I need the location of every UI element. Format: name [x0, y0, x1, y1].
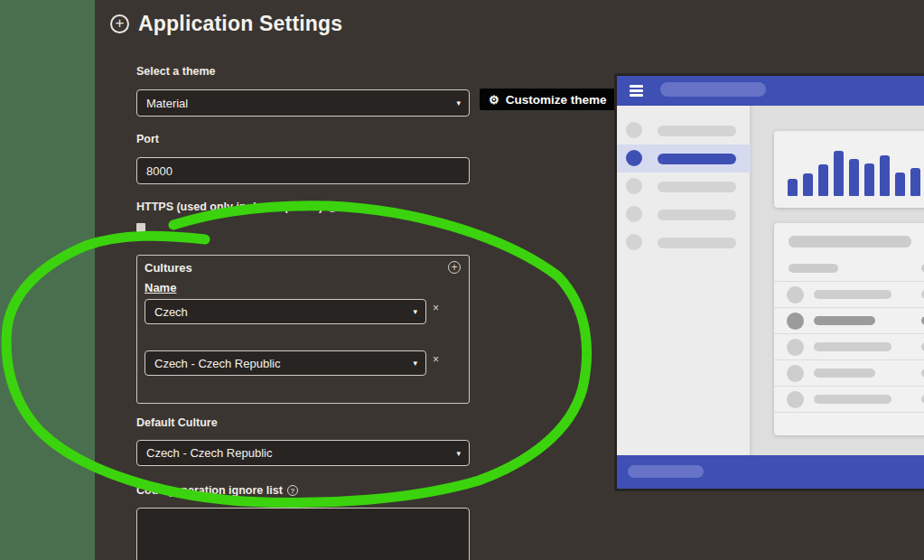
label-placeholder [658, 238, 736, 248]
avatar-dot [787, 365, 804, 382]
theme-select[interactable]: Material ▾ [136, 89, 470, 117]
text-placeholder [814, 316, 875, 325]
culture-select-1[interactable]: Czech ▾ [145, 299, 426, 324]
help-icon: ? [287, 485, 298, 496]
add-culture-icon[interactable]: + [448, 261, 461, 274]
chart-bar [834, 151, 844, 196]
avatar-dot [787, 313, 804, 330]
default-culture-label: Default Culture [136, 416, 218, 429]
help-icon: ? [327, 201, 338, 212]
chevron-down-icon: ▾ [413, 359, 417, 368]
footer-placeholder [628, 465, 704, 478]
avatar-dot [626, 234, 642, 250]
preview-list-row [774, 281, 924, 307]
culture-select-2[interactable]: Czech - Czech Republic ▾ [145, 350, 426, 376]
https-label: HTTPS (used only in development) ? [136, 201, 338, 213]
text-placeholder [814, 290, 891, 299]
chevron-down-icon: ▾ [413, 307, 417, 316]
avatar-dot [626, 150, 642, 166]
remove-culture-icon[interactable]: × [433, 354, 439, 365]
preview-sidebar-item [617, 117, 751, 145]
preview-list-row [774, 333, 924, 359]
hamburger-menu-icon [630, 85, 643, 98]
chart-bar [818, 164, 828, 196]
customize-theme-button[interactable]: ⚙ Customize theme [480, 89, 615, 110]
preview-body [617, 106, 924, 459]
label-placeholder [658, 154, 736, 164]
avatar-dot [787, 391, 804, 408]
preview-list-card [774, 223, 924, 435]
preview-title-placeholder [660, 82, 766, 97]
preview-list-row [774, 307, 924, 333]
port-input[interactable]: 8000 [136, 157, 470, 184]
name-column-header: Name [145, 281, 176, 294]
chart-bar [864, 163, 874, 196]
preview-list-row [774, 359, 924, 386]
chart-bar [803, 173, 813, 196]
list-title-placeholder [789, 236, 911, 247]
code-ignore-label: Code generation ignore list ? [136, 484, 298, 497]
avatar-dot [626, 206, 642, 222]
preview-sidebar [617, 106, 751, 459]
cultures-title: Cultures [145, 261, 192, 275]
preview-sidebar-item [617, 229, 751, 257]
avatar-dot [787, 339, 804, 356]
preview-list-row [774, 386, 924, 412]
preview-appbar [617, 76, 924, 106]
avatar-dot [626, 178, 642, 194]
chart-bar [788, 179, 798, 196]
page-header: + Application Settings [110, 12, 342, 36]
page-title: Application Settings [138, 12, 342, 36]
chart-bar [910, 168, 920, 196]
preview-sidebar-item [617, 145, 751, 173]
preview-sidebar-item [617, 201, 751, 229]
chart-bar [895, 173, 905, 196]
text-placeholder [814, 395, 891, 404]
list-divider [774, 412, 924, 413]
avatar-dot [787, 286, 804, 303]
label-placeholder [658, 182, 736, 192]
text-placeholder [814, 369, 875, 378]
text-placeholder [814, 342, 891, 351]
port-label: Port [136, 133, 159, 145]
code-ignore-textarea[interactable] [136, 508, 470, 560]
https-checkbox[interactable] [136, 223, 145, 232]
preview-footer [617, 455, 924, 489]
chevron-down-icon: ▾ [456, 98, 461, 107]
gear-icon: ⚙ [489, 94, 499, 106]
preview-bar-chart-card [774, 131, 924, 208]
cultures-group: Cultures + Name Czech ▾ × Czech - Czech … [136, 255, 470, 404]
chevron-down-icon: ▾ [456, 449, 461, 458]
theme-preview [615, 74, 924, 490]
application-settings-page: + Application Settings Select a theme Ma… [0, 0, 924, 560]
chart-bar [849, 159, 859, 196]
left-green-band [0, 0, 95, 560]
label-placeholder [658, 210, 736, 220]
list-subtitle-placeholder [789, 264, 838, 273]
label-placeholder [658, 126, 736, 136]
theme-label: Select a theme [136, 65, 216, 78]
avatar-dot [626, 122, 642, 138]
circle-plus-icon: + [110, 14, 129, 33]
preview-sidebar-item [617, 173, 751, 201]
chart-bar [880, 155, 890, 196]
remove-culture-icon[interactable]: × [433, 303, 439, 313]
default-culture-select[interactable]: Czech - Czech Republic ▾ [136, 440, 470, 466]
